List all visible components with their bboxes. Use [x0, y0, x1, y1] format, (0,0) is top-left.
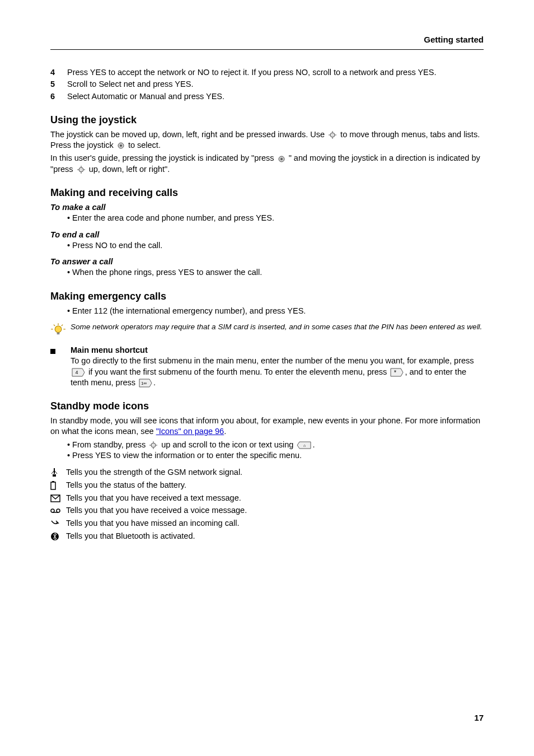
key-1-icon: 1∞ — [139, 379, 152, 388]
icon-desc: Tells you the strength of the GSM networ… — [66, 466, 242, 479]
step-4: 4 Press YES to accept the network or NO … — [50, 67, 484, 78]
section-emergency: Making emergency calls — [50, 291, 484, 302]
envelope-icon — [50, 494, 66, 502]
header-rule — [50, 49, 484, 50]
icon-row-signal: Tells you the strength of the GSM networ… — [50, 466, 484, 479]
page-header: Getting started — [424, 35, 484, 44]
icon-desc: Tells you that you have missed an incomi… — [66, 517, 240, 530]
lightbulb-icon — [50, 322, 71, 339]
step-number: 6 — [50, 91, 67, 102]
icon-desc: Tells you that you have received a voice… — [66, 505, 247, 517]
step-end-call: • Press NO to end the call. — [67, 240, 484, 251]
voicemail-icon — [50, 507, 66, 514]
joystick-icon — [328, 130, 337, 139]
icon-row-sms: Tells you that you have received a text … — [50, 492, 484, 505]
joystick-icon — [77, 165, 86, 174]
joystick-icon — [149, 441, 158, 450]
section-using-joystick: Using the joystick — [50, 114, 484, 126]
icon-desc: Tells you the status of the battery. — [66, 479, 186, 492]
icon-desc: Tells you that you have received a text … — [66, 492, 241, 505]
bluetooth-icon — [50, 532, 66, 541]
step-number: 4 — [50, 67, 67, 78]
icon-desc: Tells you that Bluetooth is activated. — [66, 530, 195, 543]
svg-rect-14 — [53, 474, 56, 477]
key-4-icon: 4 — [72, 368, 85, 377]
tip-text: Some network operators may require that … — [71, 322, 484, 332]
subhead-answer-call: To answer a call — [50, 256, 484, 267]
svg-rect-7 — [57, 333, 60, 335]
step-text: Select Automatic or Manual and press YES… — [67, 91, 484, 102]
subhead-make-call: To make a call — [50, 202, 484, 213]
svg-text:4: 4 — [75, 370, 78, 375]
svg-text:1∞: 1∞ — [141, 381, 147, 386]
svg-point-19 — [57, 509, 60, 512]
step-5: 5 Scroll to Select net and press YES. — [50, 79, 484, 90]
tip-emergency: Some network operators may require that … — [50, 322, 484, 339]
icon-row-missed: Tells you that you have missed an incomi… — [50, 517, 484, 530]
svg-point-4 — [280, 158, 283, 160]
svg-point-6 — [55, 326, 62, 333]
section-shortcut-title: Main menu shortcut — [71, 345, 484, 356]
page-number: 17 — [474, 713, 484, 722]
para-shortcut: To go directly to the first submenu in t… — [71, 356, 484, 388]
section-calls: Making and receiving calls — [50, 187, 484, 199]
missed-call-icon — [50, 520, 66, 528]
svg-rect-16 — [51, 482, 55, 489]
step-6: 6 Select Automatic or Manual and press Y… — [50, 91, 484, 102]
section-standby-icons: Standby mode icons — [50, 400, 484, 412]
svg-point-2 — [120, 144, 122, 147]
joystick-press-icon — [117, 142, 125, 150]
step-make-call: • Enter the area code and phone number, … — [67, 213, 484, 223]
svg-text:*: * — [394, 369, 397, 376]
key-star-icon: * — [390, 368, 404, 377]
battery-icon — [50, 481, 66, 490]
svg-point-0 — [330, 133, 335, 137]
step-text: Press YES to accept the network or NO to… — [67, 67, 484, 78]
svg-text:⌂: ⌂ — [303, 444, 306, 447]
joystick-press-icon — [278, 155, 285, 163]
step-answer-call: • When the phone rings, press YES to ans… — [67, 267, 484, 278]
para-joystick-1: The joystick can be moved up, down, left… — [50, 129, 484, 151]
step-number: 5 — [50, 79, 67, 90]
step-text: Scroll to Select net and press YES. — [67, 79, 484, 90]
svg-point-18 — [51, 509, 54, 512]
para-standby-intro: In standby mode, you will see icons that… — [50, 416, 484, 437]
icon-row-voicemail: Tells you that you have received a voice… — [50, 505, 484, 517]
svg-point-5 — [79, 167, 83, 172]
icon-row-bluetooth: Tells you that Bluetooth is activated. — [50, 530, 484, 543]
key-back-icon: ⌂ — [297, 441, 311, 449]
step-emergency: • Enter 112 (the international emergency… — [67, 306, 484, 316]
signal-icon — [50, 468, 66, 477]
svg-point-11 — [151, 443, 156, 447]
subhead-end-call: To end a call — [50, 230, 484, 240]
para-joystick-2: In this user's guide, pressing the joyst… — [50, 153, 484, 175]
step-standby-2: • Press YES to view the information or t… — [67, 450, 484, 461]
icon-row-battery: Tells you the status of the battery. — [50, 479, 484, 492]
step-standby-1: • From standby, press up and scroll to t… — [67, 440, 484, 450]
link-icons-page[interactable]: "Icons" on page 96 — [156, 427, 224, 436]
square-bullet-icon — [50, 345, 71, 354]
